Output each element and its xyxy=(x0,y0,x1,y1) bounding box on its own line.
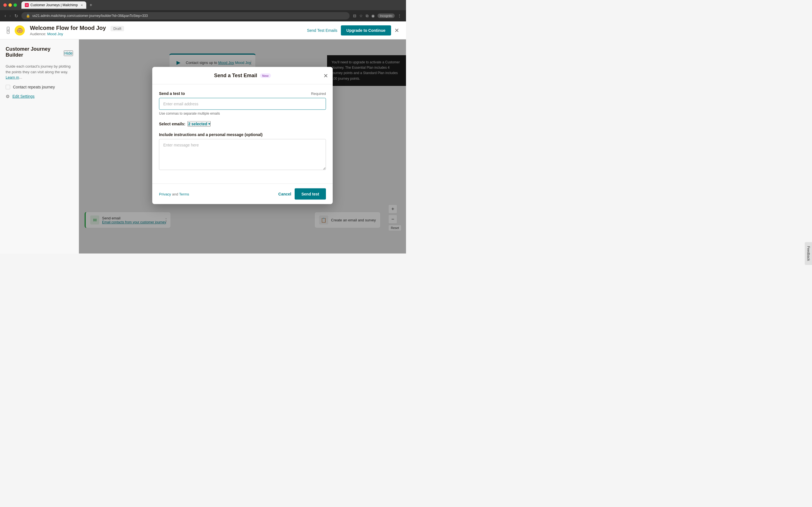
modal-close-button[interactable]: ✕ xyxy=(323,73,328,78)
audience-line: Audience: Mood Joy xyxy=(30,32,303,36)
tab-favicon: M xyxy=(25,3,29,7)
cancel-button[interactable]: Cancel xyxy=(278,192,291,196)
gear-icon: ⚙ xyxy=(6,94,10,99)
dot-red[interactable] xyxy=(3,3,7,7)
incognito-badge: Incognito xyxy=(377,13,395,18)
checkbox-label: Contact repeats journey xyxy=(13,85,55,89)
chevron-down-icon: ▾ xyxy=(208,122,210,126)
forward-button[interactable]: › xyxy=(9,13,11,18)
dot-green[interactable] xyxy=(13,3,17,7)
footer-links: Privacy and Terms xyxy=(159,192,189,196)
profile-icon[interactable]: ◉ xyxy=(371,13,375,18)
extensions-icon[interactable]: ⧉ xyxy=(366,13,368,18)
browser-tab[interactable]: M Customer Journeys | Mailchimp ✕ xyxy=(21,1,86,9)
audience-prefix: Audience: xyxy=(30,32,47,36)
message-label: Include instructions and a personal mess… xyxy=(159,132,326,137)
main-layout: Customer Journey Builder Hide Guide each… xyxy=(0,40,406,253)
address-bar: ‹ › ↻ 🔒 us21.admin.mailchimp.com/custome… xyxy=(0,10,406,21)
footer-and: and xyxy=(172,192,179,196)
modal-new-badge: New xyxy=(260,73,271,78)
url-text: us21.admin.mailchimp.com/customer-journe… xyxy=(33,14,148,18)
header-title-area: Welcome Flow for Mood Joy Draft Audience… xyxy=(30,25,303,36)
back-button[interactable]: ‹ xyxy=(4,13,6,18)
new-tab-button[interactable]: + xyxy=(90,3,92,8)
learn-more-link[interactable]: Learn m xyxy=(6,75,19,79)
tab-title: Customer Journeys | Mailchimp xyxy=(31,3,78,7)
menu-icon[interactable]: ⋮ xyxy=(398,13,402,18)
edit-settings-link[interactable]: Edit Settings xyxy=(12,94,35,99)
lock-icon: 🔒 xyxy=(26,14,30,18)
logo-chimp: 🐵 xyxy=(15,25,25,36)
sidebar-title: Customer Journey Builder xyxy=(6,46,64,58)
modal-header: Send a Test Email New ✕ xyxy=(152,67,333,84)
select-emails-dropdown[interactable]: 2 selected ▾ xyxy=(188,121,211,127)
send-test-email-modal: Send a Test Email New ✕ Send a test to R… xyxy=(152,67,333,204)
message-field: Include instructions and a personal mess… xyxy=(159,132,326,171)
send-to-label: Send a test to xyxy=(159,91,185,96)
browser-dots xyxy=(3,3,17,7)
url-bar[interactable]: 🔒 us21.admin.mailchimp.com/customer-jour… xyxy=(21,12,350,19)
mailchimp-logo: 🐵 xyxy=(14,25,26,36)
send-to-field: Send a test to Required Use commas to se… xyxy=(159,91,326,115)
canvas-area: You'll need to upgrade to activate a Cus… xyxy=(79,40,406,253)
page-title: Welcome Flow for Mood Joy xyxy=(30,25,106,31)
header-actions: Send Test Emails Upgrade to Continue ✕ xyxy=(307,25,399,36)
refresh-button[interactable]: ↻ xyxy=(14,13,18,18)
upgrade-button[interactable]: Upgrade to Continue xyxy=(341,25,391,36)
back-nav-button[interactable]: ‹ xyxy=(7,27,10,34)
checkbox[interactable] xyxy=(6,85,10,89)
message-textarea[interactable] xyxy=(159,139,326,170)
tab-close-icon[interactable]: ✕ xyxy=(81,4,83,7)
bookmark-icon[interactable]: ☆ xyxy=(359,13,363,18)
draft-badge: Draft xyxy=(110,26,124,31)
header-close-button[interactable]: ✕ xyxy=(395,27,399,34)
dot-yellow[interactable] xyxy=(8,3,12,7)
selected-value: 2 selected xyxy=(188,122,207,126)
send-test-button[interactable]: Send test xyxy=(295,188,326,200)
sidebar-hide-button[interactable]: Hide xyxy=(64,50,73,56)
form-label-row: Send a test to Required xyxy=(159,91,326,96)
privacy-link[interactable]: Privacy xyxy=(159,192,171,196)
checkbox-row[interactable]: Contact repeats journey xyxy=(6,85,73,89)
edit-settings-row[interactable]: ⚙ Edit Settings xyxy=(6,94,73,99)
select-emails-row: Select emails: 2 selected ▾ xyxy=(159,121,326,127)
sidebar-header: Customer Journey Builder Hide xyxy=(6,46,73,60)
select-emails-label: Select emails: xyxy=(159,122,185,126)
toolbar-icons: ⊟ ☆ ⧉ ◉ Incognito ⋮ xyxy=(353,13,402,18)
modal-footer: Privacy and Terms Cancel Send test xyxy=(152,184,333,204)
terms-link[interactable]: Terms xyxy=(179,192,189,196)
required-label: Required xyxy=(311,91,326,96)
sidebar-description: Guide each contact's journey by plotting… xyxy=(6,64,73,80)
cast-icon: ⊟ xyxy=(353,13,356,18)
email-hint: Use commas to separate multiple emails xyxy=(159,112,326,115)
email-input[interactable] xyxy=(159,98,326,110)
audience-link[interactable]: Mood Joy xyxy=(47,32,63,36)
sidebar: Customer Journey Builder Hide Guide each… xyxy=(0,40,79,253)
footer-actions: Cancel Send test xyxy=(278,188,326,200)
app-header: ‹ 🐵 Welcome Flow for Mood Joy Draft Audi… xyxy=(0,21,406,40)
browser-chrome: M Customer Journeys | Mailchimp ✕ + xyxy=(0,0,406,10)
modal-title: Send a Test Email xyxy=(214,73,257,78)
send-test-emails-button[interactable]: Send Test Emails xyxy=(307,28,338,33)
modal-body: Send a test to Required Use commas to se… xyxy=(152,84,333,184)
